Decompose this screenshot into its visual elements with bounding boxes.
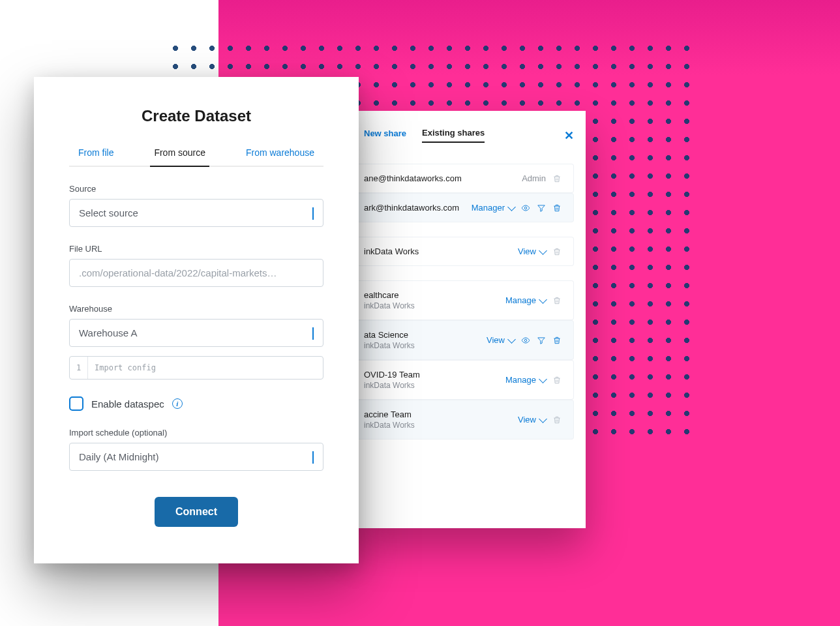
share-row: ata ScienceinkData Works View — [352, 320, 574, 360]
svg-point-0 — [524, 207, 527, 209]
share-row: ark@thinkdataworks.com Manager — [352, 193, 574, 222]
warehouse-value: Warehouse A — [79, 327, 138, 338]
chevron-down-icon — [312, 207, 314, 218]
close-icon[interactable]: ✕ — [564, 128, 574, 143]
chevron-down-icon — [312, 451, 314, 462]
schedule-select[interactable]: Daily (At Midnight) — [69, 443, 323, 471]
info-icon[interactable]: i — [172, 398, 183, 409]
filter-icon[interactable] — [537, 336, 546, 345]
source-value: Select source — [79, 207, 138, 218]
source-select[interactable]: Select source — [69, 199, 323, 227]
role-dropdown[interactable]: View — [518, 415, 546, 425]
shares-panel: New share Existing shares ✕ ane@thinkdat… — [352, 111, 586, 528]
trash-icon[interactable] — [552, 174, 562, 183]
share-name: ata Science — [364, 330, 487, 340]
enable-dataspec-checkbox[interactable] — [69, 396, 83, 411]
warehouse-label: Warehouse — [69, 304, 323, 314]
source-label: Source — [69, 184, 323, 194]
warehouse-select[interactable]: Warehouse A — [69, 319, 323, 347]
page-title: Create Dataset — [69, 107, 323, 125]
import-config-input[interactable]: 1 Import config — [69, 356, 323, 380]
trash-icon[interactable] — [552, 415, 562, 425]
share-name: accine Team — [364, 410, 518, 419]
svg-point-1 — [524, 339, 527, 342]
share-row: ane@thinkdataworks.com Admin — [352, 164, 574, 193]
share-name: OVID-19 Team — [364, 370, 505, 380]
tab-from-warehouse[interactable]: From warehouse — [242, 147, 318, 166]
share-row: accine TeaminkData Works View — [352, 400, 574, 440]
fileurl-input[interactable]: .com/operational-data/2022/capital-marke… — [69, 259, 323, 287]
trash-icon[interactable] — [552, 336, 562, 345]
share-email: ark@thinkdataworks.com — [364, 203, 472, 213]
tab-new-share[interactable]: New share — [364, 128, 406, 142]
share-email: ane@thinkdataworks.com — [364, 173, 522, 183]
share-name: inkData Works — [364, 246, 518, 256]
role-dropdown[interactable]: Manage — [505, 295, 546, 305]
schedule-label: Import schedule (optional) — [69, 428, 323, 438]
role-dropdown[interactable]: Manager — [472, 203, 515, 213]
code-placeholder: Import config — [88, 357, 323, 379]
share-org: inkData Works — [364, 341, 487, 350]
trash-icon[interactable] — [552, 296, 562, 305]
filter-icon[interactable] — [537, 203, 546, 213]
share-name: ealthcare — [364, 290, 505, 300]
share-org: inkData Works — [364, 381, 505, 390]
eye-icon[interactable] — [521, 336, 530, 345]
fileurl-label: File URL — [69, 244, 323, 254]
share-org: inkData Works — [364, 421, 518, 430]
role-label: Admin — [522, 173, 546, 183]
fileurl-placeholder: .com/operational-data/2022/capital-marke… — [79, 267, 277, 278]
role-dropdown[interactable]: View — [518, 246, 546, 256]
create-dataset-panel: Create Dataset From file From source Fro… — [34, 77, 359, 563]
enable-dataspec-label: Enable dataspec — [91, 398, 164, 410]
role-dropdown[interactable]: View — [487, 335, 515, 345]
schedule-value: Daily (At Midnight) — [79, 451, 159, 462]
trash-icon[interactable] — [552, 203, 562, 213]
share-row: inkData Works View — [352, 237, 574, 266]
share-org: inkData Works — [364, 301, 505, 310]
trash-icon[interactable] — [552, 247, 562, 256]
share-row: ealthcareinkData Works Manage — [352, 280, 574, 320]
connect-button[interactable]: Connect — [155, 497, 238, 527]
share-row: OVID-19 TeaminkData Works Manage — [352, 360, 574, 400]
create-tabs: From file From source From warehouse — [69, 147, 323, 167]
tab-from-file[interactable]: From file — [74, 147, 117, 166]
trash-icon[interactable] — [552, 376, 562, 385]
role-dropdown[interactable]: Manage — [505, 375, 546, 385]
eye-icon[interactable] — [521, 203, 530, 213]
chevron-down-icon — [312, 327, 314, 338]
code-line-number: 1 — [70, 357, 88, 379]
tab-existing-shares[interactable]: Existing shares — [422, 128, 485, 143]
tab-from-source[interactable]: From source — [150, 147, 209, 167]
